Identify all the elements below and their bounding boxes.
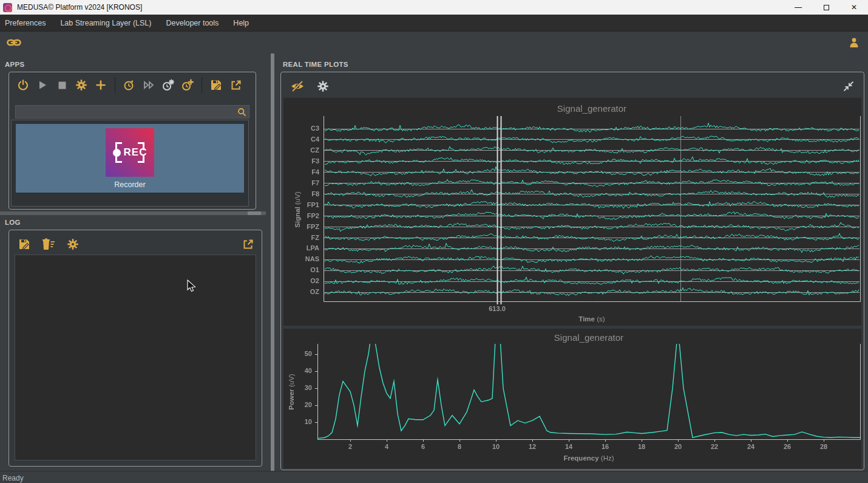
- minimize-button[interactable]: —: [784, 0, 812, 15]
- eeg-channel-label-lpa: LPA: [283, 244, 319, 252]
- status-text: Ready: [2, 474, 24, 482]
- search-icon: [234, 106, 249, 118]
- log-panel-title: LOG: [5, 219, 21, 226]
- horizontal-splitter[interactable]: [0, 211, 266, 215]
- psd-ytick-20: 20: [283, 401, 312, 409]
- eeg-channel-label-f3: F3: [283, 157, 319, 165]
- eeg-channel-label-f7: F7: [283, 179, 319, 187]
- psd-ytick-40: 40: [283, 367, 312, 375]
- eeg-channel-label-fp2: FP2: [283, 212, 319, 220]
- psd-xtick-16: 16: [596, 443, 614, 451]
- stop-icon[interactable]: [53, 76, 71, 94]
- psd-xtick-28: 28: [815, 443, 833, 451]
- log-gear-icon[interactable]: [64, 235, 82, 253]
- power-icon[interactable]: [14, 76, 32, 94]
- app-name-label: Recorder: [114, 180, 145, 189]
- close-button[interactable]: ✕: [840, 0, 868, 15]
- eeg-channel-label-c4: C4: [283, 135, 319, 143]
- eeg-channel-label-f8: F8: [283, 190, 319, 198]
- apps-toolbar: [14, 76, 245, 94]
- log-toolbar: [15, 235, 82, 253]
- plots-toolbar: [288, 77, 332, 95]
- vertical-splitter[interactable]: [271, 53, 274, 471]
- apps-panel: REC Recorder: [8, 72, 256, 210]
- eeg-plot-title: Signal_generator: [324, 103, 860, 114]
- window-title: MEDUSA© Platform v2024 [KRONOS]: [17, 3, 142, 12]
- gear-icon[interactable]: [72, 76, 90, 94]
- psd-xtick-6: 6: [414, 443, 432, 451]
- psd-plot-widget: Signal_generator Power (uV) 1020304050 2…: [283, 329, 861, 468]
- eeg-channel-label-oz: OZ: [283, 288, 319, 296]
- app-logo-icon: [3, 3, 12, 12]
- psd-xtick-10: 10: [487, 443, 505, 451]
- save-log-icon[interactable]: [15, 235, 33, 253]
- hide-plots-icon[interactable]: [288, 77, 307, 95]
- eeg-channel-label-nas: NAS: [283, 255, 319, 263]
- psd-xtick-8: 8: [450, 443, 469, 451]
- eeg-xlabel: Time (s): [324, 315, 860, 323]
- toolbar-separator: [202, 77, 202, 93]
- psd-xtick-24: 24: [742, 443, 760, 451]
- log-content: [15, 255, 256, 461]
- profile-icon[interactable]: [845, 33, 863, 52]
- plots-gear-icon[interactable]: [314, 77, 332, 95]
- psd-xtick-20: 20: [669, 443, 687, 451]
- toolbar-separator: [115, 77, 115, 93]
- recorder-app-icon: REC: [106, 128, 154, 177]
- psd-ytick-10: 10: [283, 418, 312, 426]
- psd-ytick-30: 30: [283, 384, 312, 392]
- eeg-channel-label-f4: F4: [283, 168, 319, 176]
- menu-help[interactable]: Help: [226, 15, 256, 32]
- schedule-run-icon[interactable]: [120, 76, 138, 94]
- eeg-channel-label-o1: O1: [283, 266, 319, 274]
- psd-xtick-4: 4: [378, 443, 396, 451]
- psd-xtick-2: 2: [341, 443, 359, 451]
- save-config-icon[interactable]: [207, 76, 225, 94]
- clear-log-icon[interactable]: [39, 235, 58, 253]
- fast-forward-icon[interactable]: [140, 76, 158, 94]
- menubar: Preferences Lab Streaming Layer (LSL) De…: [0, 15, 868, 32]
- psd-ytick-50: 50: [283, 350, 312, 358]
- open-external-icon[interactable]: [226, 76, 245, 94]
- log-open-external-icon[interactable]: [239, 235, 257, 253]
- apps-search-input[interactable]: [16, 108, 234, 116]
- collapse-icon[interactable]: [839, 77, 858, 95]
- maximize-icon: [824, 5, 829, 10]
- psd-xtick-18: 18: [632, 443, 651, 451]
- eeg-channel-label-fz: FZ: [283, 234, 319, 242]
- psd-xtick-26: 26: [778, 443, 796, 451]
- eeg-channel-label-fpz: FPZ: [283, 223, 319, 231]
- log-panel: [8, 230, 262, 467]
- eeg-channel-label-fp1: FP1: [283, 201, 319, 209]
- eeg-channel-label-c3: C3: [283, 125, 319, 132]
- apps-panel-title: APPS: [5, 61, 25, 68]
- titlebar: MEDUSA© Platform v2024 [KRONOS] — ✕: [0, 0, 868, 15]
- menu-preferences[interactable]: Preferences: [0, 15, 53, 32]
- psd-xtick-22: 22: [705, 443, 724, 451]
- maximize-button[interactable]: [812, 0, 840, 15]
- psd-xtick-12: 12: [523, 443, 541, 451]
- top-toolbar: [0, 32, 868, 53]
- eeg-plot-canvas: [283, 98, 863, 326]
- menu-developer-tools[interactable]: Developer tools: [159, 15, 226, 32]
- schedule-settings-icon[interactable]: [159, 76, 177, 94]
- plots-panel-title: REAL TIME PLOTS: [283, 61, 348, 68]
- lsl-link-icon[interactable]: [5, 33, 23, 52]
- menu-lsl[interactable]: Lab Streaming Layer (LSL): [53, 15, 158, 32]
- apps-search-box: [15, 105, 249, 118]
- statusbar: Ready: [0, 471, 868, 483]
- eeg-xtick-label: 613.0: [481, 305, 513, 313]
- play-icon[interactable]: [33, 76, 52, 94]
- psd-xtick-14: 14: [560, 443, 578, 451]
- app-tile-recorder[interactable]: REC Recorder: [16, 124, 244, 193]
- plots-panel: Signal_generator Signal (uV) C3C4CZF3F4F…: [280, 72, 864, 470]
- psd-plot-title: Signal_generator: [317, 332, 860, 343]
- eeg-channel-label-cz: CZ: [283, 146, 319, 154]
- plus-icon[interactable]: [92, 76, 110, 94]
- eeg-channel-label-o2: O2: [283, 277, 319, 285]
- schedule-add-icon[interactable]: [178, 76, 197, 94]
- psd-xlabel: Frequency (Hz): [317, 454, 860, 462]
- apps-list: REC Recorder: [11, 120, 249, 207]
- eeg-plot-widget: Signal_generator Signal (uV) C3C4CZF3F4F…: [283, 98, 861, 326]
